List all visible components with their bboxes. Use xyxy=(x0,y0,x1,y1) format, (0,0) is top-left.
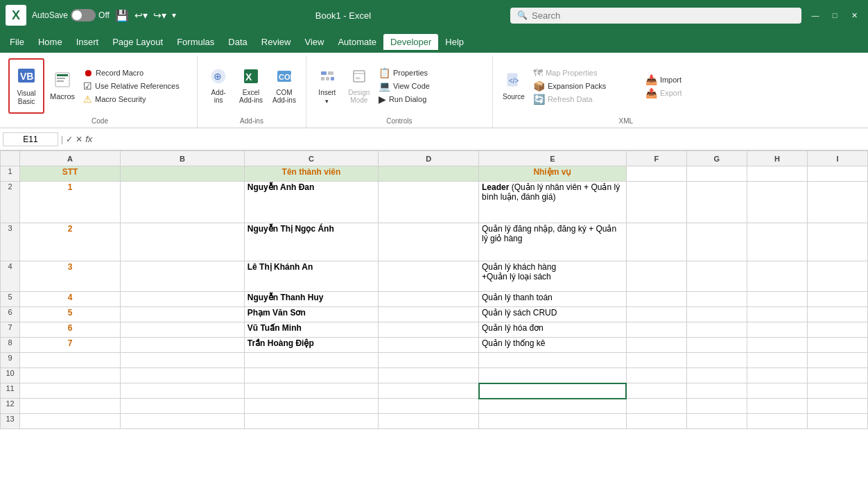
cell-G12[interactable] xyxy=(686,399,747,414)
expansion-packs-button[interactable]: 📦 Expansion Packs xyxy=(530,80,641,92)
redo-button[interactable]: ↪▾ xyxy=(153,10,166,21)
cell-G11[interactable] xyxy=(686,383,747,399)
cell-E2[interactable]: Leader (Quản lý nhân viên + Quản lý bình… xyxy=(479,182,627,223)
view-code-button[interactable]: 💻 View Code xyxy=(376,80,487,92)
cell-B2[interactable] xyxy=(121,182,245,223)
cell-A4[interactable]: 3 xyxy=(20,261,121,292)
cell-D1[interactable] xyxy=(379,166,479,182)
cell-I11[interactable] xyxy=(807,383,867,399)
cell-A11[interactable] xyxy=(20,383,121,399)
cell-D13[interactable] xyxy=(379,414,479,429)
cell-D8[interactable] xyxy=(379,338,479,353)
undo-button[interactable]: ↩▾ xyxy=(134,10,148,21)
cell-E5[interactable]: Quản lý thanh toán xyxy=(479,292,627,307)
cell-C1[interactable]: Tên thành viên xyxy=(244,166,378,182)
cell-D12[interactable] xyxy=(379,399,479,414)
cell-D10[interactable] xyxy=(379,368,479,383)
row-number-11[interactable]: 11 xyxy=(1,383,20,399)
col-header-C[interactable]: C xyxy=(244,151,378,166)
cell-H12[interactable] xyxy=(747,399,807,414)
cell-D2[interactable] xyxy=(379,182,479,223)
cell-E12[interactable] xyxy=(479,399,627,414)
row-number-5[interactable]: 5 xyxy=(1,292,20,307)
import-button[interactable]: 📥 Import xyxy=(643,73,754,86)
col-header-E[interactable]: E xyxy=(479,151,627,166)
search-box[interactable]: 🔍 xyxy=(510,8,801,24)
cell-G6[interactable] xyxy=(686,307,747,322)
cell-A7[interactable]: 6 xyxy=(20,322,121,338)
cell-H6[interactable] xyxy=(747,307,807,322)
cell-G7[interactable] xyxy=(686,322,747,338)
run-dialog-button[interactable]: ▶ Run Dialog xyxy=(376,93,487,105)
cell-B9[interactable] xyxy=(121,353,245,368)
cell-D3[interactable] xyxy=(379,223,479,261)
cell-H2[interactable] xyxy=(747,182,807,223)
autosave-toggle[interactable] xyxy=(71,9,96,21)
cell-I1[interactable] xyxy=(807,166,867,182)
cell-C6[interactable]: Phạm Văn Sơn xyxy=(244,307,378,322)
menu-help[interactable]: Help xyxy=(438,34,471,50)
cell-B13[interactable] xyxy=(121,414,245,429)
cell-D11[interactable] xyxy=(379,383,479,399)
cell-G10[interactable] xyxy=(686,368,747,383)
menu-page-layout[interactable]: Page Layout xyxy=(105,34,170,50)
cell-F4[interactable] xyxy=(626,261,686,292)
menu-automate[interactable]: Automate xyxy=(331,34,383,50)
menu-data[interactable]: Data xyxy=(221,34,254,50)
cell-A6[interactable]: 5 xyxy=(20,307,121,322)
cell-B1[interactable] xyxy=(121,166,245,182)
cell-C7[interactable]: Vũ Tuấn Minh xyxy=(244,322,378,338)
cell-I9[interactable] xyxy=(807,353,867,368)
cell-C12[interactable] xyxy=(244,399,378,414)
cell-H1[interactable] xyxy=(747,166,807,182)
export-button[interactable]: 📤 Export xyxy=(643,87,754,99)
menu-home[interactable]: Home xyxy=(31,34,69,50)
cell-B11[interactable] xyxy=(121,383,245,399)
cell-A9[interactable] xyxy=(20,353,121,368)
cell-E3[interactable]: Quản lý đăng nhập, đăng ký + Quản lý giỏ… xyxy=(479,223,627,261)
cell-C3[interactable]: Nguyễn Thị Ngọc Ánh xyxy=(244,223,378,261)
cell-F8[interactable] xyxy=(626,338,686,353)
cell-A8[interactable]: 7 xyxy=(20,338,121,353)
cell-H4[interactable] xyxy=(747,261,807,292)
cell-E8[interactable]: Quản lý thống kê xyxy=(479,338,627,353)
cell-G2[interactable] xyxy=(686,182,747,223)
cell-A1[interactable]: STT xyxy=(20,166,121,182)
formula-check-icon[interactable]: ✓ xyxy=(66,135,73,144)
add-ins-button[interactable]: ⊕ Add-ins xyxy=(203,61,234,111)
cell-F5[interactable] xyxy=(626,292,686,307)
cell-F12[interactable] xyxy=(626,399,686,414)
cell-F6[interactable] xyxy=(626,307,686,322)
cell-E9[interactable] xyxy=(479,353,627,368)
cell-E6[interactable]: Quản lý sách CRUD xyxy=(479,307,627,322)
cell-H8[interactable] xyxy=(747,338,807,353)
cell-C11[interactable] xyxy=(244,383,378,399)
cell-A5[interactable]: 4 xyxy=(20,292,121,307)
cell-E4[interactable]: Quản lý khách hàng+Quản lý loại sách xyxy=(479,261,627,292)
cell-F2[interactable] xyxy=(626,182,686,223)
cell-B4[interactable] xyxy=(121,261,245,292)
row-number-9[interactable]: 9 xyxy=(1,353,20,368)
cell-B8[interactable] xyxy=(121,338,245,353)
cell-C4[interactable]: Lê Thị Khánh An xyxy=(244,261,378,292)
insert-controls-button[interactable]: Insert ▾ xyxy=(312,61,342,111)
use-relative-button[interactable]: ☑ Use Relative References xyxy=(80,80,191,92)
formula-input[interactable] xyxy=(95,135,865,144)
cell-B6[interactable] xyxy=(121,307,245,322)
cell-A10[interactable] xyxy=(20,368,121,383)
menu-insert[interactable]: Insert xyxy=(69,34,106,50)
cell-H11[interactable] xyxy=(747,383,807,399)
cell-B7[interactable] xyxy=(121,322,245,338)
macros-button[interactable]: Macros xyxy=(46,61,79,111)
cell-I8[interactable] xyxy=(807,338,867,353)
cell-G4[interactable] xyxy=(686,261,747,292)
menu-developer[interactable]: Developer xyxy=(383,34,438,50)
menu-view[interactable]: View xyxy=(297,34,331,50)
row-number-12[interactable]: 12 xyxy=(1,399,20,414)
cell-C10[interactable] xyxy=(244,368,378,383)
cell-F1[interactable] xyxy=(626,166,686,182)
cell-I3[interactable] xyxy=(807,223,867,261)
col-header-A[interactable]: A xyxy=(20,151,121,166)
cell-I13[interactable] xyxy=(807,414,867,429)
cell-B12[interactable] xyxy=(121,399,245,414)
